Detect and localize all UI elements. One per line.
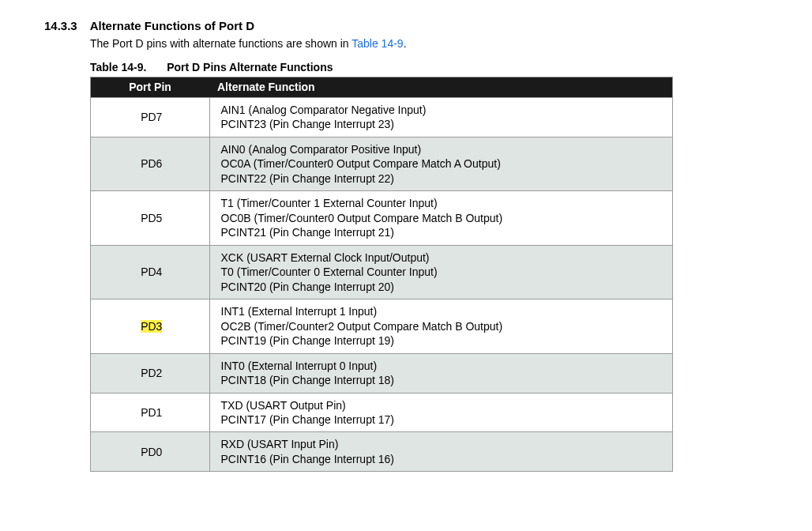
alternate-function-line: INT0 (External Interrupt 0 Input) — [221, 359, 665, 373]
alternate-function-line: PCINT18 (Pin Change Interrupt 18) — [221, 373, 665, 387]
alternate-function-cell: TXD (USART Output Pin)PCINT17 (Pin Chang… — [209, 393, 673, 432]
port-pin-cell: PD3 — [91, 299, 210, 353]
alternate-function-line: OC0A (Timer/Counter0 Output Compare Matc… — [221, 156, 665, 171]
alternate-function-cell: XCK (USART External Clock Input/Output)T… — [209, 245, 673, 299]
port-pin-cell: PD6 — [91, 137, 210, 190]
table-row: PD7AIN1 (Analog Comparator Negative Inpu… — [91, 98, 673, 137]
section-heading: 14.3.3 Alternate Functions of Port D — [44, 19, 768, 32]
alternate-function-cell: T1 (Timer/Counter 1 External Counter Inp… — [209, 191, 673, 245]
table-row: PD5T1 (Timer/Counter 1 External Counter … — [91, 191, 673, 245]
alternate-function-line: PCINT19 (Pin Change Interrupt 19) — [221, 333, 665, 348]
alternate-function-cell: INT1 (External Interrupt 1 Input)OC2B (T… — [209, 299, 673, 353]
port-pin-cell: PD2 — [91, 353, 210, 393]
port-pin-cell: PD0 — [91, 432, 210, 472]
table-body: PD7AIN1 (Analog Comparator Negative Inpu… — [91, 98, 673, 472]
table-row: PD2INT0 (External Interrupt 0 Input)PCIN… — [91, 353, 673, 393]
alternate-function-line: PCINT17 (Pin Change Interrupt 17) — [221, 412, 665, 427]
table-caption: Table 14-9. Port D Pins Alternate Functi… — [90, 61, 768, 73]
port-pin-cell: PD4 — [91, 245, 210, 299]
alternate-function-line: INT1 (External Interrupt 1 Input) — [221, 304, 665, 318]
table-row: PD4XCK (USART External Clock Input/Outpu… — [91, 245, 673, 299]
table-row: PD3INT1 (External Interrupt 1 Input)OC2B… — [91, 299, 673, 353]
alternate-function-line: PCINT16 (Pin Change Interrupt 16) — [221, 452, 665, 466]
highlighted-pin: PD3 — [141, 320, 162, 333]
intro-text-before: The Port D pins with alternate functions… — [90, 37, 351, 50]
alternate-function-line: TXD (USART Output Pin) — [221, 398, 665, 412]
alternate-function-line: T0 (Timer/Counter 0 External Counter Inp… — [221, 265, 665, 279]
alternate-function-line: PCINT21 (Pin Change Interrupt 21) — [221, 225, 665, 239]
port-pin-cell: PD5 — [91, 191, 210, 245]
alternate-function-cell: RXD (USART Input Pin)PCINT16 (Pin Change… — [209, 432, 673, 472]
intro-paragraph: The Port D pins with alternate functions… — [90, 37, 768, 50]
table-row: PD0RXD (USART Input Pin)PCINT16 (Pin Cha… — [91, 432, 673, 472]
intro-text-after: . — [404, 37, 407, 50]
alternate-function-line: PCINT23 (Pin Change Interrupt 23) — [221, 117, 665, 131]
table-row: PD1TXD (USART Output Pin)PCINT17 (Pin Ch… — [91, 393, 673, 432]
table-row: PD6AIN0 (Analog Comparator Positive Inpu… — [91, 137, 673, 190]
alternate-function-cell: INT0 (External Interrupt 0 Input)PCINT18… — [209, 353, 673, 393]
section-number: 14.3.3 — [44, 19, 87, 32]
alternate-function-cell: AIN1 (Analog Comparator Negative Input)P… — [209, 98, 673, 137]
alternate-function-cell: AIN0 (Analog Comparator Positive Input)O… — [209, 137, 673, 190]
alternate-function-line: T1 (Timer/Counter 1 External Counter Inp… — [221, 196, 665, 210]
alternate-function-line: RXD (USART Input Pin) — [221, 437, 665, 451]
port-pin-cell: PD7 — [91, 98, 210, 137]
alternate-function-line: AIN0 (Analog Comparator Positive Input) — [221, 142, 665, 156]
table-xref-link[interactable]: Table 14-9 — [351, 37, 403, 50]
alternate-function-line: XCK (USART External Clock Input/Output) — [221, 250, 665, 265]
page: 14.3.3 Alternate Functions of Port D The… — [0, 0, 812, 491]
header-alternate-function: Alternate Function — [209, 77, 673, 98]
table-header-row: Port Pin Alternate Function — [91, 77, 673, 98]
alternate-function-line: OC2B (Timer/Counter2 Output Compare Matc… — [221, 319, 665, 333]
port-pin-cell: PD1 — [91, 393, 210, 432]
alternate-function-line: OC0B (Timer/Counter0 Output Compare Matc… — [221, 211, 665, 225]
table-caption-text: Port D Pins Alternate Functions — [167, 61, 333, 73]
alternate-functions-table: Port Pin Alternate Function PD7AIN1 (Ana… — [90, 77, 673, 472]
alternate-function-line: PCINT22 (Pin Change Interrupt 22) — [221, 171, 665, 186]
alternate-function-line: AIN1 (Analog Comparator Negative Input) — [221, 103, 665, 117]
alternate-function-line: PCINT20 (Pin Change Interrupt 20) — [221, 280, 665, 294]
table-caption-number: Table 14-9. — [90, 61, 146, 73]
section-title: Alternate Functions of Port D — [90, 19, 254, 32]
header-port-pin: Port Pin — [91, 77, 210, 98]
section-body: The Port D pins with alternate functions… — [90, 37, 768, 472]
